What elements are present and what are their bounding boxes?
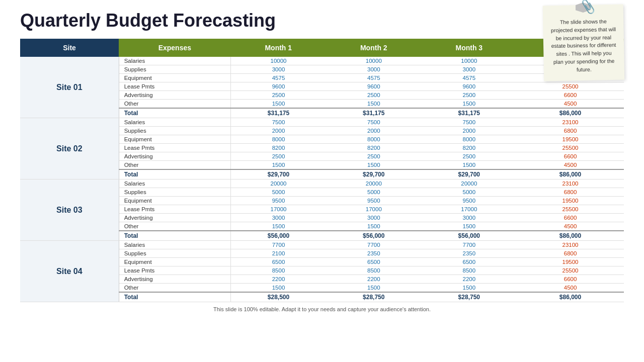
value-m1: 7500: [231, 118, 327, 127]
total-m3: $56,000: [422, 231, 517, 241]
total-m1: $31,175: [231, 108, 327, 118]
value-m3: 9500: [422, 197, 517, 205]
value-m3: 8500: [422, 266, 517, 275]
value-m1: 1500: [231, 284, 327, 293]
value-m1: 2500: [231, 91, 327, 100]
value-m2: 20000: [326, 179, 422, 188]
value-m1: 20000: [231, 179, 327, 188]
total-m2: $28,750: [326, 292, 422, 302]
expense-label: Advertising: [119, 275, 230, 284]
quarter-value: 4500: [517, 222, 624, 231]
table-row: Site 02Salaries75007500750023100: [20, 118, 624, 127]
quarter-value: 4500: [517, 161, 624, 170]
expense-label: Other: [119, 161, 230, 170]
value-m2: 1500: [326, 161, 422, 170]
value-m1: 8500: [231, 266, 327, 275]
clip-icon: 📎: [579, 0, 597, 17]
value-m3: 6500: [422, 258, 517, 266]
value-m3: 3000: [422, 214, 517, 222]
value-m3: 8000: [422, 135, 517, 144]
table-row: Site 04Salaries77007700770023100: [20, 241, 624, 249]
total-quarter: $86,000: [517, 292, 624, 302]
value-m2: 2350: [326, 249, 422, 258]
quarter-value: 25500: [517, 205, 624, 214]
value-m1: 2000: [231, 127, 327, 135]
sticky-note: 📎 The slide shows the projected expenses…: [543, 5, 625, 81]
expense-label: Lease Pmts: [119, 82, 230, 91]
value-m3: 20000: [422, 179, 517, 188]
value-m1: 3000: [231, 65, 327, 74]
value-m2: 9600: [326, 82, 422, 91]
value-m1: 1500: [231, 222, 327, 231]
value-m2: 9500: [326, 197, 422, 205]
expense-label: Lease Pmts: [119, 205, 230, 214]
value-m2: 1500: [326, 284, 422, 293]
quarter-value: 25500: [517, 144, 624, 152]
value-m1: 1500: [231, 100, 327, 109]
value-m2: 8000: [326, 135, 422, 144]
site-cell-3: Site 03: [20, 179, 119, 241]
expense-label: Equipment: [119, 74, 230, 82]
total-label: Total: [119, 169, 230, 179]
quarter-value: 6800: [517, 188, 624, 197]
value-m1: 6500: [231, 258, 327, 266]
value-m1: 3000: [231, 214, 327, 222]
value-m3: 2000: [422, 127, 517, 135]
expense-label: Other: [119, 222, 230, 231]
total-m1: $56,000: [231, 231, 327, 241]
quarter-value: 25500: [517, 266, 624, 275]
value-m2: 2200: [326, 275, 422, 284]
col-header-month2: Month 2: [326, 39, 422, 57]
value-m1: 8000: [231, 135, 327, 144]
value-m3: 10000: [422, 57, 517, 65]
expense-label: Equipment: [119, 197, 230, 205]
value-m1: 8200: [231, 144, 327, 152]
value-m2: 7500: [326, 118, 422, 127]
expense-label: Salaries: [119, 118, 230, 127]
footer-text: This slide is 100% editable. Adapt it to…: [0, 306, 644, 312]
value-m1: 1500: [231, 161, 327, 170]
value-m1: 9600: [231, 82, 327, 91]
expense-label: Salaries: [119, 57, 230, 65]
expense-label: Salaries: [119, 241, 230, 249]
value-m2: 5000: [326, 188, 422, 197]
expense-label: Other: [119, 100, 230, 109]
value-m3: 7700: [422, 241, 517, 249]
value-m1: 9500: [231, 197, 327, 205]
budget-table: Site Expenses Month 1 Month 2 Month 3 Qu…: [20, 39, 624, 302]
value-m1: 10000: [231, 57, 327, 65]
value-m1: 2100: [231, 249, 327, 258]
value-m3: 1500: [422, 222, 517, 231]
total-m2: $56,000: [326, 231, 422, 241]
value-m1: 2500: [231, 152, 327, 161]
expense-label: Supplies: [119, 65, 230, 74]
value-m3: 7500: [422, 118, 517, 127]
value-m3: 2500: [422, 91, 517, 100]
quarter-value: 19500: [517, 197, 624, 205]
total-m1: $29,700: [231, 169, 327, 179]
total-label: Total: [119, 108, 230, 118]
quarter-value: 19500: [517, 135, 624, 144]
value-m2: 7700: [326, 241, 422, 249]
value-m2: 2000: [326, 127, 422, 135]
quarter-value: 6600: [517, 275, 624, 284]
total-m2: $31,175: [326, 108, 422, 118]
value-m3: 2200: [422, 275, 517, 284]
expense-label: Advertising: [119, 91, 230, 100]
value-m2: 8200: [326, 144, 422, 152]
quarter-value: 6600: [517, 214, 624, 222]
total-label: Total: [119, 292, 230, 302]
expense-label: Salaries: [119, 179, 230, 188]
total-quarter: $86,000: [517, 108, 624, 118]
value-m2: 1500: [326, 100, 422, 109]
quarter-value: 23100: [517, 179, 624, 188]
total-m3: $31,175: [422, 108, 517, 118]
site-cell-1: Site 01: [20, 57, 119, 118]
value-m3: 1500: [422, 100, 517, 109]
value-m2: 3000: [326, 65, 422, 74]
expense-label: Lease Pmts: [119, 144, 230, 152]
expense-label: Lease Pmts: [119, 266, 230, 275]
col-header-expenses: Expenses: [119, 39, 230, 57]
value-m2: 3000: [326, 214, 422, 222]
col-header-month1: Month 1: [231, 39, 327, 57]
